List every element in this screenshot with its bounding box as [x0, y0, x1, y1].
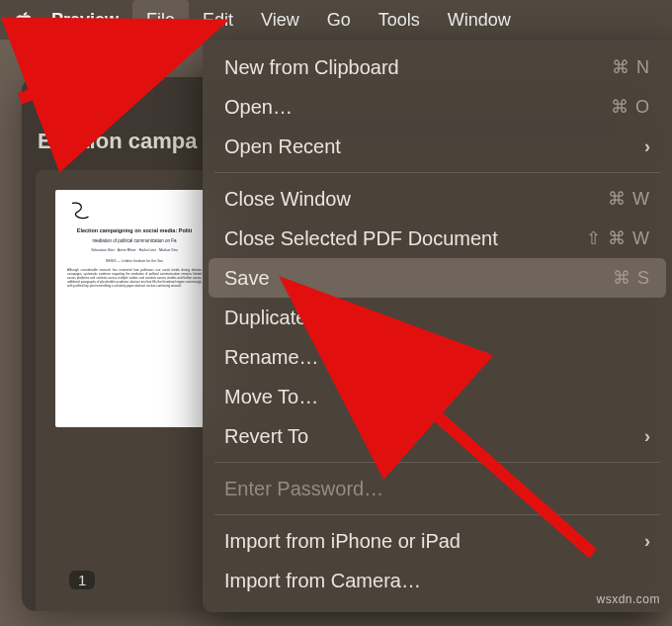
- zoom-traffic-light[interactable]: [89, 91, 105, 107]
- menu-separator: [214, 514, 660, 515]
- file-dropdown-menu: New from Clipboard ⌘ N Open… ⌘ O Open Re…: [203, 40, 672, 612]
- menubar: Preview File Edit View Go Tools Window: [0, 0, 672, 40]
- menu-item-label: Open Recent: [224, 135, 644, 158]
- menu-item-enter-password: Enter Password…: [203, 469, 672, 508]
- menu-item-duplicate[interactable]: Duplicate: [203, 298, 672, 337]
- chevron-right-icon: ›: [644, 531, 650, 552]
- close-traffic-light[interactable]: [38, 91, 53, 107]
- menu-item-save[interactable]: Save ⌘ S: [209, 258, 666, 298]
- menu-item-label: Save: [224, 267, 613, 290]
- menu-item-move-to[interactable]: Move To…: [203, 377, 672, 416]
- minimize-traffic-light[interactable]: [63, 91, 79, 107]
- menu-item-shortcut: ⌘ N: [612, 56, 650, 78]
- menu-item-rename[interactable]: Rename…: [203, 337, 672, 377]
- thumb-authors: Sebastian Stier · Arnim Bleier · Haiko L…: [67, 248, 202, 253]
- page-thumbnail-1[interactable]: Election campaigning on social media: Po…: [55, 190, 213, 427]
- menu-item-label: New from Clipboard: [224, 56, 612, 79]
- menu-separator: [214, 462, 660, 463]
- menu-item-open[interactable]: Open… ⌘ O: [203, 87, 672, 127]
- thumb-subtitle: mediation of political communication on …: [67, 238, 202, 244]
- menu-go[interactable]: Go: [313, 0, 365, 40]
- menu-separator: [214, 172, 660, 173]
- menu-item-label: Open…: [224, 96, 611, 119]
- menu-item-revert-to[interactable]: Revert To ›: [203, 416, 672, 456]
- menu-item-label: Revert To: [224, 425, 644, 448]
- menu-item-new-from-clipboard[interactable]: New from Clipboard ⌘ N: [203, 47, 672, 87]
- menu-item-shortcut: ⌘ W: [608, 188, 650, 210]
- scribble-icon: [69, 200, 95, 225]
- apple-logo-icon: [15, 11, 33, 29]
- menu-item-label: Import from iPhone or iPad: [224, 530, 644, 553]
- menu-item-label: Close Window: [224, 188, 608, 211]
- thumb-body: Although considerable research has exami…: [67, 269, 202, 288]
- menu-item-shortcut: ⌘ O: [611, 96, 650, 118]
- app-name[interactable]: Preview: [38, 0, 132, 40]
- menu-item-shortcut: ⌘ S: [613, 267, 650, 289]
- thumb-title: Election campaigning on social media: Po…: [67, 227, 202, 234]
- menu-item-label: Close Selected PDF Document: [224, 227, 586, 250]
- menu-item-label: Rename…: [224, 346, 650, 369]
- menu-item-label: Enter Password…: [224, 478, 650, 500]
- menu-view[interactable]: View: [247, 0, 313, 40]
- menu-edit[interactable]: Edit: [189, 0, 247, 40]
- menu-item-shortcut: ⇧ ⌘ W: [586, 227, 650, 249]
- menu-item-open-recent[interactable]: Open Recent ›: [203, 127, 672, 166]
- menu-item-import-iphone-ipad[interactable]: Import from iPhone or iPad ›: [203, 521, 672, 561]
- thumb-affiliation: GESIS — Leibniz Institute for the Soc: [67, 259, 202, 264]
- menu-item-label: Move To…: [224, 386, 650, 408]
- menu-item-close-window[interactable]: Close Window ⌘ W: [203, 179, 672, 219]
- menu-item-label: Duplicate: [224, 307, 650, 329]
- menu-window[interactable]: Window: [434, 0, 525, 40]
- menu-file[interactable]: File: [132, 0, 189, 40]
- page-number-badge: 1: [69, 571, 95, 589]
- menu-item-close-selected-pdf[interactable]: Close Selected PDF Document ⇧ ⌘ W: [203, 219, 672, 258]
- menu-tools[interactable]: Tools: [365, 0, 434, 40]
- apple-menu[interactable]: [10, 11, 38, 29]
- menu-item-label: Import from Camera…: [224, 570, 650, 592]
- watermark: wsxdn.com: [596, 592, 660, 606]
- chevron-right-icon: ›: [644, 426, 650, 447]
- chevron-right-icon: ›: [644, 136, 650, 157]
